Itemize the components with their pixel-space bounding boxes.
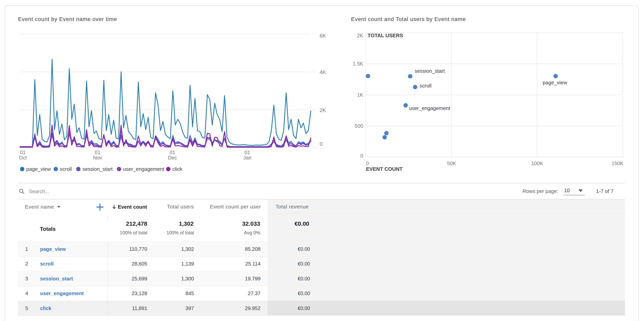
svg-text:Oct: Oct: [19, 155, 27, 160]
svg-text:click: click: [172, 166, 182, 172]
svg-text:4K: 4K: [320, 69, 326, 75]
svg-text:0: 0: [360, 153, 363, 159]
svg-text:user_engagement: user_engagement: [409, 105, 450, 111]
svg-text:1K: 1K: [357, 92, 363, 98]
svg-text:01: 01: [95, 150, 100, 155]
svg-text:page_view: page_view: [543, 80, 567, 86]
svg-text:0: 0: [366, 160, 369, 166]
svg-text:01: 01: [170, 150, 175, 155]
svg-text:100K: 100K: [531, 160, 543, 166]
svg-text:01: 01: [245, 150, 250, 155]
svg-text:Event count by Event name over: Event count by Event name over time: [18, 16, 117, 22]
svg-text:2K: 2K: [357, 32, 363, 38]
svg-text:50K: 50K: [447, 160, 456, 166]
svg-text:01: 01: [20, 150, 26, 155]
svg-text:scroll: scroll: [60, 166, 72, 172]
svg-text:2K: 2K: [320, 107, 326, 113]
svg-text:session_start: session_start: [82, 166, 113, 172]
svg-text:1.5K: 1.5K: [353, 61, 364, 67]
svg-text:Event count and Total users by: Event count and Total users by Event nam…: [351, 16, 466, 22]
svg-text:500: 500: [355, 123, 363, 129]
svg-text:0: 0: [320, 141, 322, 147]
svg-text:page_view: page_view: [26, 166, 51, 172]
svg-text:6K: 6K: [320, 33, 326, 39]
svg-text:150K: 150K: [612, 160, 624, 166]
svg-text:EVENT COUNT: EVENT COUNT: [366, 166, 402, 172]
svg-text:Jan: Jan: [243, 155, 252, 160]
svg-text:scroll: scroll: [420, 83, 432, 89]
svg-text:session_start: session_start: [415, 68, 445, 74]
svg-text:Nov: Nov: [93, 155, 102, 160]
svg-text:TOTAL USERS: TOTAL USERS: [368, 32, 403, 38]
svg-text:user_engagement: user_engagement: [123, 166, 164, 172]
svg-text:Dec: Dec: [168, 155, 177, 160]
